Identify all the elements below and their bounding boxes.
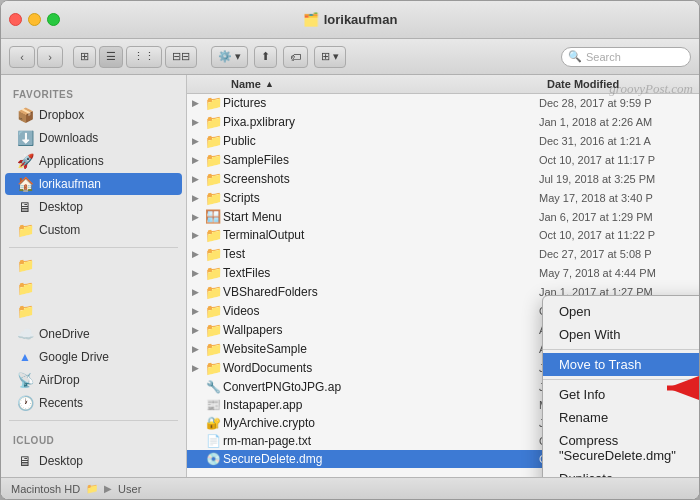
close-button[interactable] [9, 13, 22, 26]
folder-icon: 📁 [205, 360, 222, 376]
search-icon: 🔍 [568, 50, 582, 63]
table-row[interactable]: ▶ 📁 Pictures Dec 28, 2017 at 9:59 P [187, 94, 699, 113]
sidebar-item-onedrive[interactable]: ☁️ OneDrive [5, 323, 182, 345]
folder-icon: 📁 [205, 322, 222, 338]
search-box[interactable]: 🔍 Search [561, 47, 691, 67]
sidebar: Favorites 📦 Dropbox ⬇️ Downloads 🚀 Appli… [1, 75, 187, 477]
expand-icon: ▶ [187, 174, 203, 184]
forward-button[interactable]: › [37, 46, 63, 68]
folder-icon: 📁 [205, 265, 222, 281]
table-row[interactable]: ▶ 📁 SampleFiles Oct 10, 2017 at 11:17 P [187, 151, 699, 170]
expand-icon: ▶ [187, 268, 203, 278]
context-menu-compress[interactable]: Compress "SecureDelete.dmg" [543, 429, 699, 467]
file-date: Jul 19, 2018 at 3:25 PM [539, 173, 699, 185]
sidebar-item-label: Desktop [39, 200, 83, 214]
maximize-button[interactable] [47, 13, 60, 26]
cm-divider-2 [543, 379, 699, 380]
sidebar-divider-2 [9, 420, 178, 421]
expand-icon: ▶ [187, 363, 203, 373]
window-title: 🗂️ lorikaufman [303, 12, 398, 27]
expand-icon: ▶ [187, 325, 203, 335]
table-row[interactable]: ▶ 📁 Pixa.pxlibrary Jan 1, 2018 at 2:26 A… [187, 113, 699, 132]
file-name: VBSharedFolders [223, 285, 539, 299]
expand-icon: ▶ [187, 306, 203, 316]
custom-icon: 📁 [17, 222, 33, 238]
back-button[interactable]: ‹ [9, 46, 35, 68]
sidebar-item-icloud-desktop[interactable]: 🖥 Desktop [5, 450, 182, 472]
breadcrumb-arrow: ▶ [104, 483, 112, 494]
action-button[interactable]: ⚙️ ▾ [211, 46, 248, 68]
cm-open-with-label: Open With [559, 327, 620, 342]
search-placeholder: Search [586, 51, 621, 63]
file-date: Oct 10, 2017 at 11:22 P [539, 229, 699, 241]
file-date: Dec 28, 2017 at 9:59 P [539, 97, 699, 109]
folder-icon: 📁 [205, 152, 222, 168]
sidebar-item-label: Downloads [39, 131, 98, 145]
sidebar-item-dropbox[interactable]: 📦 Dropbox [5, 104, 182, 126]
file-name-selected: SecureDelete.dmg [223, 452, 539, 466]
expand-icon: ▶ [187, 287, 203, 297]
statusbar-path-user: User [118, 483, 141, 495]
favorites-label: Favorites [1, 81, 186, 103]
file-date: Jan 1, 2018 at 2:26 AM [539, 116, 699, 128]
table-row[interactable]: ▶ 📁 Test Dec 27, 2017 at 5:08 P [187, 245, 699, 264]
app-icon: 📰 [206, 398, 221, 412]
sidebar-item-custom[interactable]: 📁 Custom [5, 219, 182, 241]
context-menu: Open Open With ▶ Move to Trash Get Info … [542, 295, 699, 477]
file-date: Dec 27, 2017 at 5:08 P [539, 248, 699, 260]
statusbar-path-hd: Macintosh HD [11, 483, 80, 495]
context-menu-open-with[interactable]: Open With ▶ [543, 323, 699, 346]
context-menu-get-info[interactable]: Get Info [543, 383, 699, 406]
sidebar-item-blank2[interactable]: 📁 [5, 277, 182, 299]
downloads-icon: ⬇️ [17, 130, 33, 146]
sidebar-item-googledrive[interactable]: ▲ Google Drive [5, 346, 182, 368]
sidebar-item-label: Custom [39, 223, 80, 237]
col-name-header: Name ▲ [223, 78, 539, 90]
file-name: Pictures [223, 96, 539, 110]
sidebar-item-downloads[interactable]: ⬇️ Downloads [5, 127, 182, 149]
expand-icon: ▶ [187, 249, 203, 259]
table-row[interactable]: ▶ 📁 Scripts May 17, 2018 at 3:40 P [187, 189, 699, 208]
file-name: Pixa.pxlibrary [223, 115, 539, 129]
title-text: lorikaufman [324, 12, 398, 27]
context-menu-duplicate[interactable]: Duplicate [543, 467, 699, 477]
file-name: Screenshots [223, 172, 539, 186]
txt-icon: 📄 [206, 434, 221, 448]
icon-view-button[interactable]: ⊞ [73, 46, 96, 68]
coverflow-button[interactable]: ⊟⊟ [165, 46, 197, 68]
cm-get-info-label: Get Info [559, 387, 605, 402]
cm-open-label: Open [559, 304, 591, 319]
table-row[interactable]: ▶ 📁 TerminalOutput Oct 10, 2017 at 11:22… [187, 226, 699, 245]
sidebar-item-airdrop[interactable]: 📡 AirDrop [5, 369, 182, 391]
folder-icon: 📁 [205, 341, 222, 357]
folder-icon: 📁 [205, 95, 222, 111]
traffic-lights [9, 13, 60, 26]
statusbar: Macintosh HD 📁 ▶ User [1, 477, 699, 499]
expand-icon: ▶ [187, 212, 203, 222]
home-icon: 🏠 [17, 176, 33, 192]
arrange-button[interactable]: ⊞ ▾ [314, 46, 346, 68]
sidebar-item-label: lorikaufman [39, 177, 101, 191]
share-button[interactable]: ⬆ [254, 46, 277, 68]
minimize-button[interactable] [28, 13, 41, 26]
sidebar-item-blank1[interactable]: 📁 [5, 254, 182, 276]
sidebar-item-lorikaufman[interactable]: 🏠 lorikaufman [5, 173, 182, 195]
file-date: May 17, 2018 at 3:40 P [539, 192, 699, 204]
file-name: Test [223, 247, 539, 261]
sidebar-item-applications[interactable]: 🚀 Applications [5, 150, 182, 172]
tag-button[interactable]: 🏷 [283, 46, 308, 68]
list-view-button[interactable]: ☰ [99, 46, 123, 68]
context-menu-rename[interactable]: Rename [543, 406, 699, 429]
table-row[interactable]: ▶ 📁 TextFiles May 7, 2018 at 4:44 PM [187, 264, 699, 283]
sidebar-item-desktop[interactable]: 🖥 Desktop [5, 196, 182, 218]
context-menu-open[interactable]: Open [543, 300, 699, 323]
table-row[interactable]: ▶ 📁 Public Dec 31, 2016 at 1:21 A [187, 132, 699, 151]
file-name: ConvertPNGtoJPG.ap [223, 380, 539, 394]
context-menu-move-to-trash[interactable]: Move to Trash [543, 353, 699, 376]
sidebar-item-blank3[interactable]: 📁 [5, 300, 182, 322]
sidebar-item-recents[interactable]: 🕐 Recents [5, 392, 182, 414]
table-row[interactable]: ▶ 🪟 Start Menu Jan 6, 2017 at 1:29 PM [187, 208, 699, 226]
column-view-button[interactable]: ⋮⋮ [126, 46, 162, 68]
file-name: TerminalOutput [223, 228, 539, 242]
table-row[interactable]: ▶ 📁 Screenshots Jul 19, 2018 at 3:25 PM [187, 170, 699, 189]
